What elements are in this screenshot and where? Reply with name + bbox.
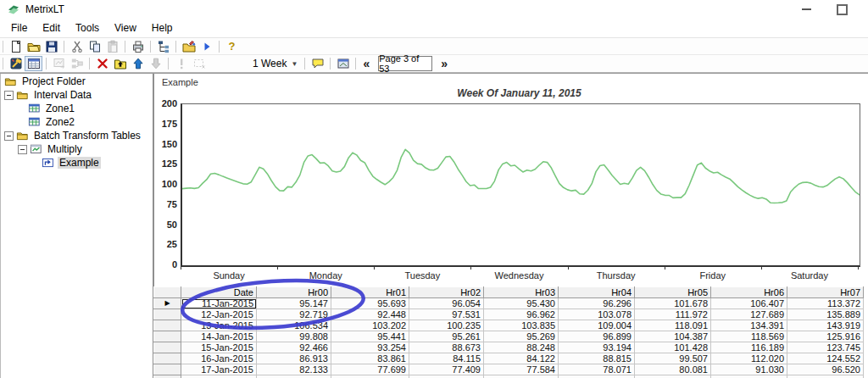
run-tool-icon[interactable] bbox=[7, 56, 25, 71]
value-cell[interactable]: 78.071 bbox=[559, 364, 635, 375]
value-cell[interactable]: 93.194 bbox=[559, 342, 635, 353]
report-icon[interactable] bbox=[334, 56, 352, 71]
prev-page-button[interactable]: « bbox=[359, 57, 373, 70]
column-header-hr07[interactable]: Hr07 bbox=[787, 287, 864, 298]
date-cell[interactable]: 11-Jan-2015 bbox=[181, 298, 257, 309]
value-cell[interactable]: 111.972 bbox=[635, 309, 711, 320]
copy-icon[interactable] bbox=[86, 39, 103, 54]
tree-item-interval-data[interactable]: Interval Data bbox=[1, 88, 153, 102]
column-header-hr03[interactable]: Hr03 bbox=[484, 287, 559, 298]
date-cell[interactable]: 12-Jan-2015 bbox=[181, 309, 257, 320]
row-selector-cell[interactable] bbox=[154, 353, 181, 364]
value-cell[interactable]: 99.507 bbox=[635, 353, 711, 364]
row-selector-cell[interactable] bbox=[154, 320, 181, 331]
hierarchy-icon[interactable] bbox=[154, 39, 172, 54]
value-cell[interactable]: 82.133 bbox=[257, 364, 331, 375]
value-cell[interactable]: 99.808 bbox=[257, 331, 331, 342]
tree-item-zone2[interactable]: Zone2 bbox=[1, 115, 153, 129]
value-cell[interactable]: 86.913 bbox=[257, 353, 331, 364]
date-cell[interactable]: 17-Jan-2015 bbox=[181, 364, 257, 375]
row-selector-cell[interactable] bbox=[154, 309, 181, 320]
value-cell[interactable]: 104.387 bbox=[635, 331, 711, 342]
help-icon[interactable]: ? bbox=[223, 39, 241, 54]
value-cell[interactable]: 118.569 bbox=[711, 331, 787, 342]
value-cell[interactable]: 124.552 bbox=[787, 353, 864, 364]
value-cell[interactable] bbox=[409, 375, 484, 378]
value-cell[interactable]: 88.815 bbox=[559, 353, 635, 364]
tree-expander-icon[interactable] bbox=[4, 91, 14, 100]
tree-item-multiply[interactable]: Multiply bbox=[1, 142, 153, 156]
value-cell[interactable]: 103.835 bbox=[484, 320, 559, 331]
value-cell[interactable]: 113.372 bbox=[787, 298, 864, 309]
maximize-icon[interactable] bbox=[827, 0, 856, 19]
value-cell[interactable]: 77.409 bbox=[409, 364, 484, 375]
value-cell[interactable] bbox=[257, 375, 331, 378]
value-cell[interactable]: 101.678 bbox=[635, 298, 711, 309]
value-cell[interactable]: 135.889 bbox=[787, 309, 864, 320]
value-cell[interactable]: 123.745 bbox=[787, 342, 864, 353]
minimize-icon[interactable] bbox=[792, 0, 821, 19]
row-selector-cell[interactable] bbox=[154, 364, 181, 375]
value-cell[interactable] bbox=[181, 375, 257, 378]
value-cell[interactable]: 88.248 bbox=[484, 342, 559, 353]
date-cell[interactable]: 16-Jan-2015 bbox=[181, 353, 257, 364]
page-indicator[interactable]: Page 3 of 53 bbox=[378, 56, 432, 71]
cut-icon[interactable] bbox=[68, 39, 86, 54]
value-cell[interactable]: 118.091 bbox=[635, 320, 711, 331]
tree-expander-icon[interactable] bbox=[4, 131, 14, 141]
table-view-icon[interactable] bbox=[25, 56, 42, 71]
menu-tools[interactable]: Tools bbox=[68, 20, 107, 36]
value-cell[interactable]: 112.020 bbox=[711, 353, 787, 364]
value-cell[interactable]: 84.122 bbox=[484, 353, 559, 364]
open-folder-icon[interactable] bbox=[25, 39, 42, 54]
value-cell[interactable]: 97.531 bbox=[409, 309, 484, 320]
value-cell[interactable]: 125.916 bbox=[787, 331, 864, 342]
value-cell[interactable]: 95.147 bbox=[257, 298, 331, 309]
value-cell[interactable]: 96.962 bbox=[484, 309, 559, 320]
comment-bubble-icon[interactable] bbox=[309, 56, 326, 71]
value-cell[interactable]: 93.254 bbox=[331, 342, 409, 353]
value-cell[interactable]: 134.391 bbox=[711, 320, 787, 331]
tree-item-project-folder[interactable]: Project Folder bbox=[1, 75, 153, 88]
value-cell[interactable] bbox=[787, 375, 864, 378]
column-header-hr04[interactable]: Hr04 bbox=[559, 287, 635, 298]
value-cell[interactable]: 96.899 bbox=[559, 331, 635, 342]
week-interval-select[interactable]: 1 Week ▼ bbox=[249, 57, 301, 70]
value-cell[interactable] bbox=[484, 375, 559, 378]
value-cell[interactable]: 103.202 bbox=[331, 320, 409, 331]
play-icon[interactable] bbox=[198, 39, 215, 54]
row-selector-cell[interactable] bbox=[154, 331, 181, 342]
value-cell[interactable]: 83.861 bbox=[331, 353, 409, 364]
value-cell[interactable]: 77.699 bbox=[331, 364, 409, 375]
value-cell[interactable]: 96.520 bbox=[787, 364, 864, 375]
menu-view[interactable]: View bbox=[107, 20, 144, 36]
value-cell[interactable]: 77.584 bbox=[484, 364, 559, 375]
column-header-hr00[interactable]: Hr00 bbox=[257, 287, 331, 298]
date-cell[interactable]: 13-Jan-2015 bbox=[181, 320, 257, 331]
date-cell[interactable]: 14-Jan-2015 bbox=[181, 331, 257, 342]
tree-expander-icon[interactable] bbox=[18, 145, 27, 154]
tree-item-batch-transform-tables[interactable]: Batch Transform Tables bbox=[1, 129, 153, 142]
tree-item-example[interactable]: Example bbox=[1, 156, 153, 170]
value-cell[interactable]: 101.428 bbox=[635, 342, 711, 353]
value-cell[interactable]: 95.269 bbox=[484, 331, 559, 342]
column-header-hr06[interactable]: Hr06 bbox=[711, 287, 787, 298]
value-cell[interactable]: 109.004 bbox=[559, 320, 635, 331]
value-cell[interactable]: 116.189 bbox=[711, 342, 787, 353]
value-cell[interactable]: 95.441 bbox=[331, 331, 409, 342]
value-cell[interactable] bbox=[711, 375, 787, 378]
value-cell[interactable]: 92.719 bbox=[257, 309, 331, 320]
column-header-hr05[interactable]: Hr05 bbox=[635, 287, 711, 298]
delete-icon[interactable] bbox=[93, 56, 111, 71]
folder-up-icon[interactable] bbox=[111, 56, 129, 71]
menu-edit[interactable]: Edit bbox=[35, 20, 68, 36]
menu-help[interactable]: Help bbox=[144, 20, 181, 36]
row-selector-cell[interactable]: ▶ bbox=[154, 298, 181, 309]
next-page-button[interactable]: » bbox=[437, 57, 451, 70]
value-cell[interactable] bbox=[635, 375, 711, 378]
value-cell[interactable] bbox=[331, 375, 409, 378]
value-cell[interactable]: 88.673 bbox=[409, 342, 484, 353]
value-cell[interactable]: 106.534 bbox=[257, 320, 331, 331]
value-cell[interactable]: 106.407 bbox=[711, 298, 787, 309]
move-up-icon[interactable] bbox=[129, 56, 147, 71]
